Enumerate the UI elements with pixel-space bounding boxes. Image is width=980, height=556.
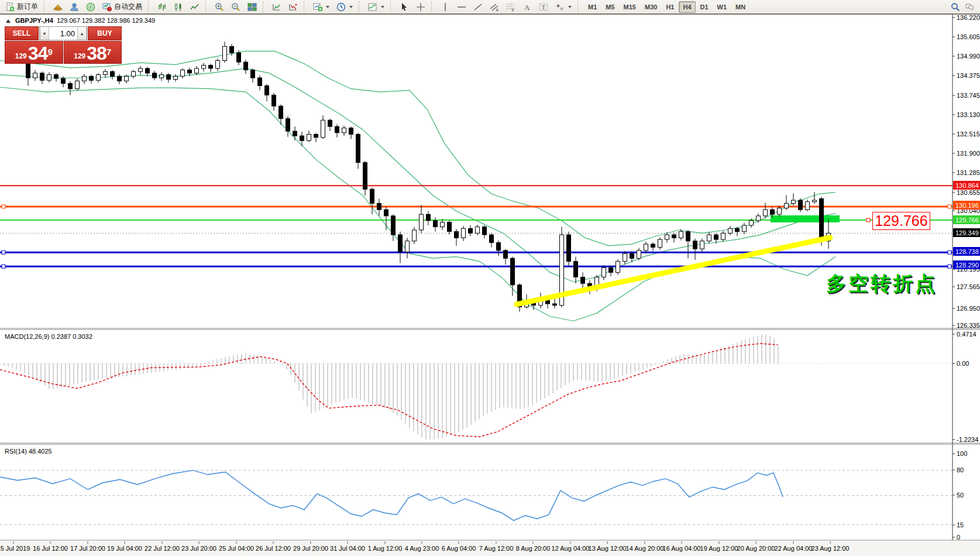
hline-handle[interactable] [948,265,951,268]
indicators-button[interactable] [365,1,387,13]
community-button[interactable] [67,1,82,13]
volume-input[interactable] [49,27,77,40]
support-highlight-rect[interactable] [771,215,840,222]
indicators-caret-icon [381,6,384,8]
svg-text:25 Jul 04:00: 25 Jul 04:00 [219,545,254,552]
price-badge-129.349: 129.349 [953,228,980,237]
svg-text:126.335: 126.335 [957,322,980,329]
trendline-tool-button[interactable] [470,1,486,13]
buy-button[interactable]: BUY [88,26,122,40]
symbol-ohlc-values: 129.067 129.382 128.986 129.349 [57,17,155,24]
svg-text:133.130: 133.130 [957,111,980,118]
svg-text:135.605: 135.605 [957,33,980,40]
search-icon[interactable] [951,2,960,12]
svg-text:130.864: 130.864 [955,182,979,189]
bar-chart-button[interactable] [154,1,170,13]
tf-h4[interactable]: H4 [679,1,695,13]
arrange-chart-down-icon [288,2,298,12]
svg-text:1 Aug 12:00: 1 Aug 12:00 [368,545,403,552]
svg-text:50: 50 [957,492,964,499]
price-badge-129.766: 129.766 [953,215,980,224]
tf-d1[interactable]: D1 [696,1,713,13]
line-chart-button[interactable] [187,1,202,13]
tile-windows-button[interactable] [245,1,260,13]
svg-text:129.349: 129.349 [955,229,979,236]
tf-w1[interactable]: W1 [713,1,731,13]
volume-increase-button[interactable]: ▲ [77,27,87,40]
svg-text:16 Jul 12:00: 16 Jul 12:00 [33,545,68,552]
shapes-tool-button[interactable] [552,1,575,13]
cursor-tool-button[interactable] [397,1,412,13]
svg-text:0.00: 0.00 [957,360,969,367]
vertical-line-tool-button[interactable] [438,1,453,13]
tf-m5[interactable]: M5 [601,1,618,13]
arrange-chart-up-icon [272,2,281,12]
svg-text:126.950: 126.950 [957,305,980,312]
horizontal-line-tool-button[interactable] [454,1,469,13]
sell-button[interactable]: SELL [5,26,39,40]
tf-m1[interactable]: M1 [584,1,601,13]
sell-price-tile[interactable]: 129 34 9 [5,41,63,64]
hline-handle[interactable] [2,250,5,254]
vertical-line-icon [441,2,450,12]
hline-handle[interactable] [948,205,951,208]
buy-price-prefix: 129 [74,50,85,62]
hline-handle[interactable] [2,205,5,208]
auto-trading-button[interactable]: 自动交易 [99,0,145,13]
hline-handle[interactable] [948,250,951,254]
symbol-expand-icon[interactable] [6,19,11,23]
tf-m15[interactable]: M15 [620,1,640,13]
tf-m30[interactable]: M30 [641,1,661,13]
timeframe-group: M1 M5 M15 M30 H1 H4 D1 W1 MN [584,1,749,13]
svg-text:T: T [542,4,545,11]
price-badge-128.738: 128.738 [953,247,980,256]
svg-text:16 Aug 04:00: 16 Aug 04:00 [663,545,701,552]
profiles-button[interactable] [333,1,356,13]
svg-text:132.515: 132.515 [957,131,980,138]
volume-stepper: ▼ ▲ [39,26,87,40]
one-click-trading-panel: SELL ▼ ▲ BUY 129 34 9 129 38 7 [5,26,122,64]
hline-handle[interactable] [2,265,5,268]
fibonacci-tool-button[interactable]: F [503,1,518,13]
tf-h1[interactable]: H1 [662,1,678,13]
toolbar-separator [304,1,307,13]
svg-text:E: E [496,8,498,12]
svg-text:131.285: 131.285 [957,169,980,176]
arrange-buy-button[interactable] [269,1,284,13]
candlestick-chart-button[interactable] [171,1,186,13]
zoom-in-button[interactable] [212,1,227,13]
svg-text:8 Aug 20:00: 8 Aug 20:00 [516,545,551,552]
market-button[interactable] [50,1,66,13]
svg-text:19 Jul 04:00: 19 Jul 04:00 [107,545,142,552]
svg-text:17 Jul 20:00: 17 Jul 20:00 [70,545,105,552]
new-order-label: 新订单 [17,2,38,12]
horizontal-line-icon [457,2,466,12]
svg-text:-1.2234: -1.2234 [957,436,978,443]
price-callout-label[interactable]: 129.766 [872,212,930,230]
callout-anchor-handle[interactable] [866,218,870,222]
zoom-out-icon [231,2,240,12]
text-label-tool-button[interactable]: T [536,1,551,13]
new-chart-button[interactable] [310,1,332,13]
toolbar-separator [390,1,394,13]
chat-icon[interactable] [965,2,974,12]
new-order-button[interactable]: 新订单 [2,0,41,13]
price-badge-128.290: 128.290 [953,260,980,269]
svg-text:23 Aug 12:00: 23 Aug 12:00 [811,545,850,552]
toolbar-separator [44,1,47,13]
arrange-sell-button[interactable] [286,1,301,13]
crosshair-tool-button[interactable] [413,1,428,13]
buy-price-tile[interactable]: 129 38 7 [64,41,122,64]
main-toolbar: 新订单 自动交易 [0,0,980,15]
profile-icon [70,2,79,12]
turning-point-note[interactable]: 多空转折点 [826,270,937,297]
tf-mn[interactable]: MN [731,1,749,13]
auto-trading-icon [102,2,112,12]
channel-tool-button[interactable]: E [487,1,502,13]
clock-icon [336,2,346,12]
text-tool-button[interactable]: A [520,1,535,13]
zoom-out-button[interactable] [228,1,243,13]
volume-decrease-button[interactable]: ▼ [40,27,49,40]
buy-price-big: 38 [87,44,106,62]
signals-button[interactable] [83,1,98,13]
